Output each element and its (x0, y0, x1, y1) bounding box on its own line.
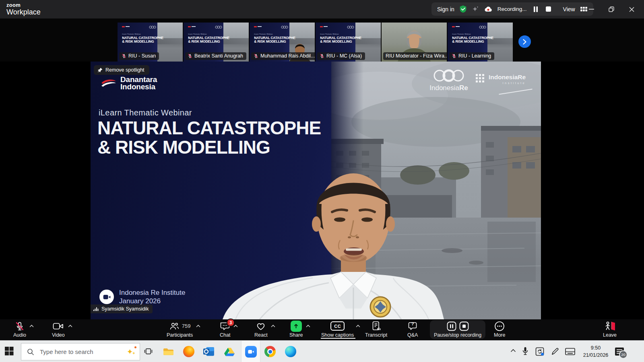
institute-text: IndonesiaRe (489, 74, 526, 80)
indonesiare-text-bold: Re (459, 84, 468, 92)
mic-muted-icon (188, 53, 192, 58)
more-button[interactable]: More (494, 321, 505, 338)
speaker-name: Syamsidik Syamsidik (101, 306, 149, 312)
remove-spotlight-button[interactable]: Remove spotlight (94, 65, 149, 75)
thumbnail-logos (347, 25, 354, 29)
video-options-chevron[interactable] (68, 325, 72, 327)
tray-touch-keyboard-icon[interactable] (565, 348, 575, 355)
start-button[interactable] (5, 347, 14, 356)
institute-sub-text: Institute (489, 81, 526, 85)
more-ellipsis-icon (494, 321, 505, 331)
security-shield-icon[interactable] (459, 5, 467, 13)
tray-pen-icon[interactable] (551, 347, 559, 356)
danantara-swoosh-icon (101, 78, 117, 89)
leave-button[interactable]: Leave (603, 321, 617, 338)
tray-hidden-icons-chevron[interactable] (510, 349, 516, 352)
edge-icon[interactable] (285, 346, 296, 357)
captions-active-indicator (321, 338, 355, 339)
mic-muted-icon (452, 53, 456, 58)
stop-recording-icon[interactable] (545, 5, 553, 13)
thumbnail-slide-kicker: iLearn Thematic Webinar (254, 33, 273, 35)
captions-button[interactable]: CC Show captions (321, 321, 360, 338)
copilot-sparkle-icon[interactable]: ✦✦ (127, 348, 136, 356)
participants-count: 759 (182, 323, 191, 329)
pause-recording-icon[interactable] (447, 321, 456, 331)
view-button[interactable]: View (563, 6, 575, 12)
chat-options-chevron[interactable] (233, 325, 238, 327)
thumbnail-slide-title: NATURAL CATASTROPHE& RISK MODELLING (122, 36, 163, 44)
react-options-chevron[interactable] (271, 325, 275, 327)
zoom-app-icon (245, 346, 257, 358)
firefox-icon[interactable] (183, 346, 194, 357)
participant-name-tag: RIU - Susan (119, 52, 159, 60)
thumbnail-slide-title: NATURAL CATASTROPHE& RISK MODELLING (452, 36, 493, 44)
task-view-button[interactable] (144, 347, 153, 356)
thumbnail-brand-mark (320, 26, 328, 27)
outlook-icon[interactable] (203, 346, 215, 357)
meeting-toolbar: Audio Video 759 Participants (0, 319, 644, 340)
thumbnail-slide-title: NATURAL CATASTROPHE& RISK MODELLING (320, 36, 361, 44)
tray-sync-icon[interactable] (535, 347, 544, 356)
share-options-chevron[interactable] (306, 325, 310, 327)
windows-logo-icon (5, 347, 14, 356)
file-explorer-icon[interactable] (163, 346, 174, 357)
window-close-button[interactable] (621, 0, 642, 19)
search-input[interactable] (39, 348, 127, 356)
chrome-icon[interactable] (264, 346, 276, 357)
taskbar-search-box[interactable]: ✦✦ (21, 343, 140, 360)
next-participants-button[interactable] (518, 35, 531, 48)
video-button[interactable]: Video (52, 321, 72, 338)
window-restore-button[interactable] (601, 0, 621, 19)
participant-thumbnail[interactable]: iLearn Thematic Webinar NATURAL CATASTRO… (118, 23, 183, 62)
window-minimize-button[interactable] (581, 0, 601, 19)
filmstrip-thumbnails: iLearn Thematic Webinar NATURAL CATASTRO… (118, 23, 513, 62)
mic-muted-icon (320, 53, 324, 58)
participant-thumbnail[interactable]: iLearn Thematic Webinar NATURAL CATASTRO… (448, 23, 513, 62)
danantara-logo: Danantara Indonesia (101, 76, 157, 90)
titlebar-cluster: Sign in Recording... View (431, 2, 593, 16)
google-drive-icon[interactable] (224, 346, 235, 357)
recording-label: Recording... (497, 6, 527, 12)
logo-workplace-text: Workplace (6, 8, 41, 16)
transcript-label: Transcript (365, 332, 387, 338)
thumbnail-logos (149, 25, 156, 29)
chat-button[interactable]: 3 Chat (220, 321, 238, 338)
stop-recording-icon[interactable] (459, 321, 469, 331)
participant-thumbnail[interactable]: iLearn Thematic Webinar NATURAL CATASTRO… (250, 23, 315, 62)
audio-button[interactable]: Audio (13, 321, 34, 338)
cc-icon: CC (330, 321, 345, 331)
ai-companion-icon[interactable] (472, 6, 479, 13)
captions-label: Show captions (321, 332, 354, 338)
participant-thumbnail[interactable]: iLearn Thematic Webinar NATURAL CATASTRO… (184, 23, 249, 62)
record-label: Pause/stop recording (434, 332, 481, 338)
tray-microphone-icon[interactable] (522, 347, 528, 356)
zoom-app-active-tile[interactable] (241, 341, 260, 362)
participants-button[interactable]: 759 Participants (167, 321, 200, 338)
participant-thumbnail[interactable]: iLearn Thematic Webinar NATURAL CATASTRO… (316, 23, 381, 62)
participant-thumbnail[interactable]: iLearn Thematic Webinar NATURAL CATASTRO… (382, 23, 447, 62)
participants-options-chevron[interactable] (196, 325, 200, 327)
thumbnail-brand-mark (188, 26, 196, 27)
participants-icon (169, 322, 180, 331)
qa-label: Q&A (407, 332, 418, 338)
thumbnail-logos (215, 25, 222, 29)
zoom-workplace-window: zoom Workplace Sign in Recording... View (0, 0, 644, 362)
thumbnail-logos (479, 25, 486, 29)
qa-button[interactable]: ? Q&A (407, 321, 418, 338)
captions-options-chevron[interactable] (356, 325, 360, 327)
recording-cloud-icon (484, 6, 493, 12)
pause-recording-icon[interactable] (532, 5, 540, 13)
chat-label: Chat (220, 332, 230, 338)
audio-options-chevron[interactable] (29, 325, 34, 327)
thumbnail-brand-mark (254, 26, 262, 27)
taskbar-clock[interactable]: 9:50 21/01/2026 (579, 344, 613, 359)
share-button[interactable]: Share (289, 321, 310, 338)
spotlight-video[interactable]: Remove spotlight Danantara Indonesia Ind… (91, 62, 541, 319)
pause-stop-recording-button[interactable]: Pause/stop recording (430, 320, 485, 339)
sign-in-button[interactable]: Sign in (437, 6, 454, 12)
react-button[interactable]: React (254, 321, 275, 338)
participant-name-tag: RIU - Learning (449, 52, 494, 60)
thumbnail-slide-kicker: iLearn Thematic Webinar (452, 33, 471, 35)
notification-center-button[interactable]: 20 (614, 346, 625, 357)
transcript-button[interactable]: Transcript (365, 321, 387, 338)
